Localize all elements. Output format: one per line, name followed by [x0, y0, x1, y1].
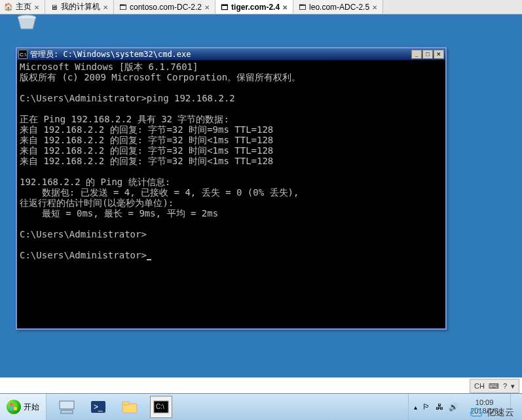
- cmd-line: 192.168.2.2 的 Ping 统计信息:: [20, 177, 170, 187]
- cmd-sysmenu-icon[interactable]: C:\: [18, 50, 28, 59]
- tab-label: 我的计算机: [61, 1, 100, 12]
- cmd-line: C:\Users\Administrator>: [20, 229, 147, 239]
- cmd-line: C:\Users\Administrator>: [20, 250, 147, 260]
- close-icon[interactable]: ✕: [103, 4, 109, 10]
- svg-rect-3: [10, 407, 13, 410]
- close-icon[interactable]: ✕: [372, 4, 379, 10]
- cmd-titlebar[interactable]: C:\ 管理员: C:\Windows\system32\cmd.exe _ □…: [17, 48, 445, 60]
- tab-my-computer[interactable]: 🖥 我的计算机 ✕: [45, 0, 114, 14]
- home-icon: 🏠: [4, 3, 13, 12]
- tab-label: 主页: [16, 1, 31, 12]
- cmd-line: 正在 Ping 192.168.2.2 具有 32 字节的数据:: [20, 114, 229, 124]
- network-icon[interactable]: 🖧: [436, 402, 443, 411]
- start-label: 开始: [24, 402, 39, 413]
- cmd-line: 数据包: 已发送 = 4, 已接收 = 4, 丢失 = 0 (0% 丢失),: [20, 187, 299, 198]
- cmd-line: 来自 192.168.2.2 的回复: 字节=32 时间<1ms TTL=128: [20, 156, 273, 166]
- svg-text:>_: >_: [94, 402, 103, 411]
- tray-expand-icon[interactable]: ▴: [414, 404, 417, 411]
- svg-text:C:\: C:\: [156, 403, 164, 410]
- cmd-cursor: [147, 259, 151, 260]
- cmd-window: C:\ 管理员: C:\Windows\system32\cmd.exe _ □…: [16, 47, 447, 330]
- tab-home[interactable]: 🏠 主页 ✕: [0, 0, 45, 14]
- powershell-icon[interactable]: >_: [87, 396, 109, 418]
- vm-tab-strip: 🏠 主页 ✕ 🖥 我的计算机 ✕ 🗔 contoso.com-DC-2.2 ✕ …: [0, 0, 522, 14]
- svg-rect-6: [61, 410, 73, 413]
- vm-icon: 🗔: [118, 3, 127, 12]
- chevron-down-icon[interactable]: ▾: [511, 382, 515, 391]
- tab-contoso[interactable]: 🗔 contoso.com-DC-2.2 ✕: [114, 0, 215, 14]
- help-icon[interactable]: ?: [503, 382, 507, 390]
- cmd-taskbar-button[interactable]: C:\: [150, 396, 172, 418]
- volume-icon[interactable]: 🔊: [449, 402, 458, 411]
- ime-language[interactable]: CH: [474, 382, 485, 390]
- taskbar-pinned: >_ C:\: [47, 396, 181, 418]
- explorer-icon[interactable]: [119, 396, 141, 418]
- guest-desktop[interactable]: C:\ 管理员: C:\Windows\system32\cmd.exe _ □…: [0, 14, 522, 377]
- cmd-window-title: 管理员: C:\Windows\system32\cmd.exe: [30, 49, 411, 60]
- recycle-bin-icon[interactable]: [14, 14, 39, 30]
- server-manager-icon[interactable]: [56, 396, 78, 418]
- ime-language-bar[interactable]: CH ⌨ ? ▾: [470, 379, 519, 393]
- minimize-button[interactable]: _: [411, 50, 422, 59]
- cmd-line: 来自 192.168.2.2 的回复: 字节=32 时间<1ms TTL=128: [20, 145, 273, 156]
- svg-rect-2: [14, 403, 17, 406]
- watermark-text: 亿速云: [487, 407, 514, 419]
- svg-rect-4: [14, 407, 17, 410]
- action-center-icon[interactable]: 🏳: [422, 402, 430, 411]
- close-icon[interactable]: ✕: [204, 4, 211, 10]
- taskbar: 开始 >_ C:\ ▴ 🏳 🖧 🔊 10:09 2018/1/6: [0, 393, 522, 420]
- cmd-line: 来自 192.168.2.2 的回复: 字节=32 时间=9ms TTL=128: [20, 124, 273, 135]
- tab-leo[interactable]: 🗔 leo.com-ADC-2.5 ✕: [293, 0, 383, 14]
- windows-logo-icon: [7, 400, 21, 414]
- tab-tiger[interactable]: 🗔 tiger.com-2.4 ✕: [215, 0, 293, 14]
- vm-icon: 🗔: [297, 3, 307, 12]
- cmd-line: 往返行程的估计时间(以毫秒为单位):: [20, 198, 174, 208]
- window-buttons: _ □ ✕: [411, 50, 444, 59]
- keyboard-icon[interactable]: ⌨: [489, 382, 499, 391]
- tab-label: leo.com-ADC-2.5: [309, 3, 369, 12]
- close-button[interactable]: ✕: [434, 50, 444, 59]
- cmd-line: C:\Users\Administrator>ping 192.168.2.2: [20, 93, 235, 103]
- close-icon[interactable]: ✕: [282, 4, 289, 10]
- maximize-button[interactable]: □: [422, 50, 433, 59]
- svg-rect-5: [60, 401, 74, 409]
- cloud-icon: [468, 407, 484, 419]
- cmd-line: Microsoft Windows [版本 6.1.7601]: [20, 61, 198, 72]
- svg-rect-10: [122, 402, 129, 405]
- watermark: 亿速云: [464, 406, 518, 420]
- tab-label: tiger.com-2.4: [231, 3, 280, 12]
- monitor-icon: 🖥: [49, 3, 58, 12]
- cmd-output[interactable]: Microsoft Windows [版本 6.1.7601] 版权所有 (c)…: [17, 60, 445, 328]
- tab-label: contoso.com-DC-2.2: [130, 3, 202, 12]
- close-icon[interactable]: ✕: [34, 4, 41, 10]
- svg-rect-1: [10, 403, 13, 406]
- cmd-line: 来自 192.168.2.2 的回复: 字节=32 时间<1ms TTL=128: [20, 135, 273, 145]
- cmd-line: 最短 = 0ms, 最长 = 9ms, 平均 = 2ms: [20, 208, 218, 219]
- cmd-line: 版权所有 (c) 2009 Microsoft Corporation。保留所有…: [20, 72, 301, 82]
- start-button[interactable]: 开始: [0, 394, 47, 420]
- vm-icon: 🗔: [219, 3, 229, 12]
